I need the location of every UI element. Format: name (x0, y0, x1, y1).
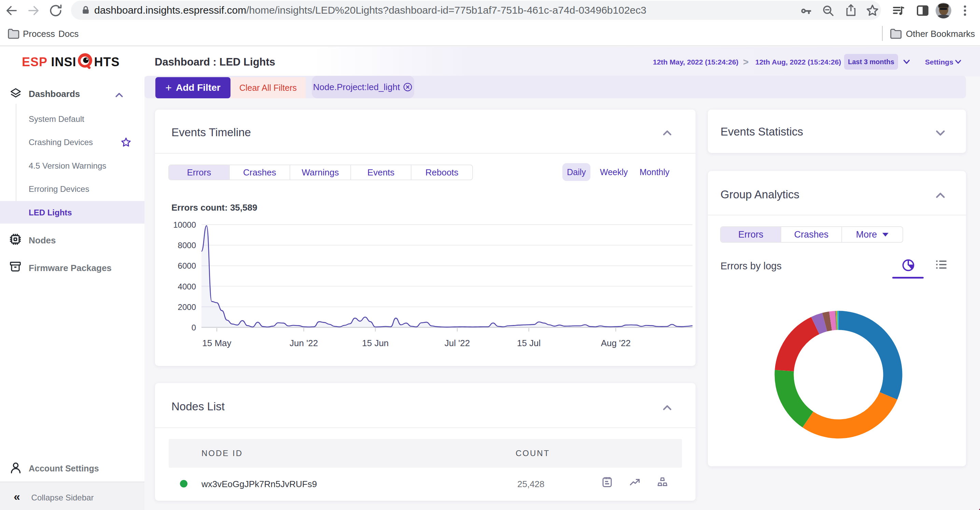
svg-text:8000: 8000 (178, 241, 196, 250)
svg-text:2000: 2000 (178, 302, 196, 312)
svg-text:15 Jul: 15 Jul (517, 338, 541, 348)
svg-text:15 May: 15 May (202, 338, 231, 348)
svg-text:0: 0 (192, 323, 196, 332)
svg-text:10000: 10000 (173, 220, 196, 229)
svg-text:15 Jun: 15 Jun (362, 338, 388, 348)
svg-text:Jul '22: Jul '22 (445, 338, 470, 348)
svg-text:6000: 6000 (178, 261, 196, 270)
svg-text:4000: 4000 (178, 282, 196, 291)
svg-text:Jun '22: Jun '22 (290, 338, 318, 348)
svg-text:Aug '22: Aug '22 (601, 338, 631, 348)
